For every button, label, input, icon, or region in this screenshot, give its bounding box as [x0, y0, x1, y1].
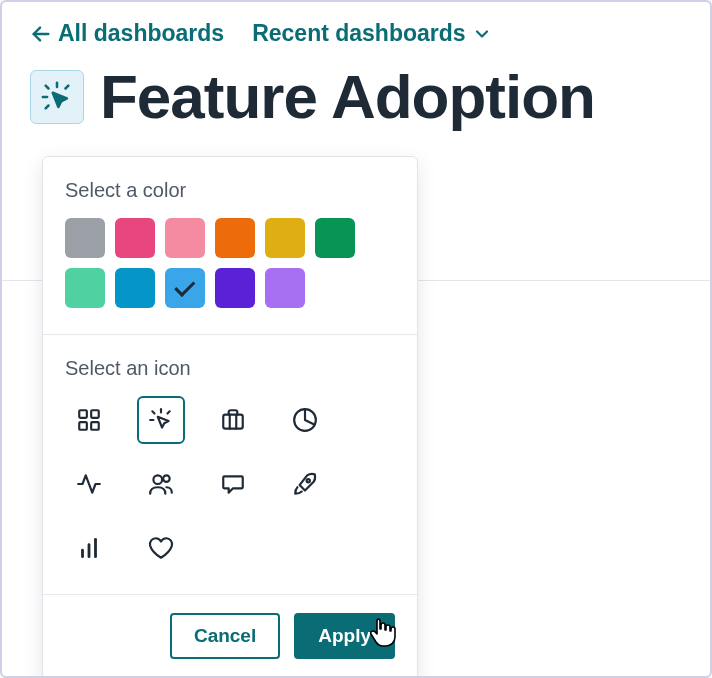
chat-icon: [220, 471, 246, 497]
svg-point-19: [163, 475, 170, 482]
dashboard-icon: [76, 407, 102, 433]
svg-line-10: [152, 411, 154, 413]
rocket-icon: [292, 471, 318, 497]
recent-dashboards-dropdown[interactable]: Recent dashboards: [252, 20, 491, 47]
pie-chart-icon: [292, 407, 318, 433]
icon-option-briefcase-icon[interactable]: [209, 396, 257, 444]
arrow-left-icon: [30, 23, 52, 45]
users-icon: [148, 471, 174, 497]
color-section-title: Select a color: [65, 179, 395, 202]
color-swatch-pink-dark[interactable]: [115, 218, 155, 258]
icon-option-dashboard-icon[interactable]: [65, 396, 113, 444]
cancel-button[interactable]: Cancel: [170, 613, 280, 659]
recent-label: Recent dashboards: [252, 20, 465, 47]
activity-icon: [75, 471, 103, 497]
color-swatch-blue[interactable]: [165, 268, 205, 308]
back-to-dashboards[interactable]: All dashboards: [30, 20, 224, 47]
heart-icon: [148, 535, 174, 561]
svg-rect-14: [223, 415, 243, 429]
color-swatch-green-dark[interactable]: [315, 218, 355, 258]
svg-point-18: [153, 475, 162, 484]
icon-grid: [65, 396, 395, 572]
svg-line-5: [66, 85, 69, 88]
icon-option-heart-icon[interactable]: [137, 524, 185, 572]
color-swatch-green-light[interactable]: [65, 268, 105, 308]
svg-line-1: [46, 85, 49, 88]
icon-option-rocket-icon[interactable]: [281, 460, 329, 508]
dashboard-icon-picker-trigger[interactable]: [30, 70, 84, 124]
color-swatch-purple[interactable]: [265, 268, 305, 308]
icon-option-bar-chart-icon[interactable]: [65, 524, 113, 572]
chevron-down-icon: [472, 24, 492, 44]
svg-line-4: [46, 105, 49, 108]
icon-option-chat-icon[interactable]: [209, 460, 257, 508]
back-label: All dashboards: [58, 20, 224, 47]
svg-rect-6: [79, 410, 87, 418]
color-swatch-pink-light[interactable]: [165, 218, 205, 258]
color-icon-picker-popover: Select a color Select an icon Cancel App…: [42, 156, 418, 678]
color-swatch-amber[interactable]: [265, 218, 305, 258]
color-swatch-cyan[interactable]: [115, 268, 155, 308]
color-swatch-grid: [65, 218, 395, 308]
icon-option-pie-chart-icon[interactable]: [281, 396, 329, 444]
color-swatch-violet[interactable]: [215, 268, 255, 308]
briefcase-icon: [220, 407, 246, 433]
cursor-click-icon: [148, 407, 174, 433]
svg-line-13: [168, 411, 170, 413]
svg-rect-7: [91, 410, 99, 418]
apply-button[interactable]: Apply: [294, 613, 395, 659]
svg-rect-8: [79, 422, 87, 430]
icon-section-title: Select an icon: [65, 357, 395, 380]
color-swatch-orange[interactable]: [215, 218, 255, 258]
page-title: Feature Adoption: [100, 61, 595, 132]
svg-point-20: [307, 479, 310, 482]
icon-option-cursor-click-icon[interactable]: [137, 396, 185, 444]
svg-rect-9: [91, 422, 99, 430]
bar-chart-icon: [76, 535, 102, 561]
icon-option-activity-icon[interactable]: [65, 460, 113, 508]
color-swatch-gray[interactable]: [65, 218, 105, 258]
icon-option-users-icon[interactable]: [137, 460, 185, 508]
cursor-click-icon: [40, 80, 74, 114]
